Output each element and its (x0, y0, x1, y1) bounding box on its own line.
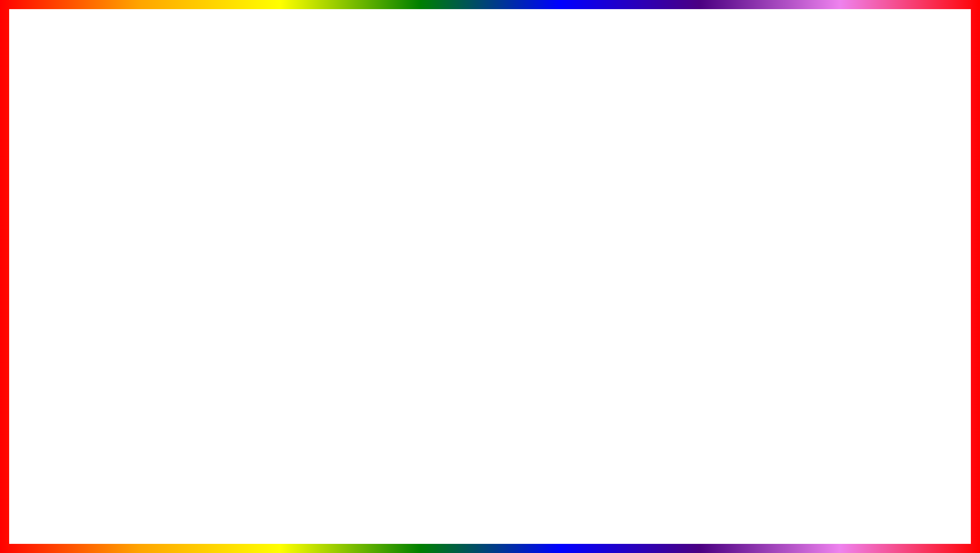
players-stat: 👤 248.4K (843, 304, 876, 312)
milkup-tab-coins[interactable]: 💰 · Coins (231, 182, 263, 192)
milkup-row-server-hop: Server Hop (199, 247, 360, 261)
event-line2: Available NOW! (397, 26, 583, 42)
milkup-tab-eggs[interactable]: 🥚 · Eggs (263, 182, 293, 192)
roblox-character (711, 330, 792, 472)
bottom-text: UPDATE PIÑATA SCRIPT 🐰 PASTEBIN (132, 488, 848, 538)
milkup-tab-misc[interactable]: 🔧 · Misc (293, 182, 323, 192)
auto-farm-label: Auto farm 🟢 (195, 146, 231, 153)
char-head (734, 340, 769, 373)
milkup-controls: ✏️ (316, 171, 355, 179)
collect-bags-toggle[interactable] (368, 228, 384, 236)
bottom-update: UPDATE (132, 488, 306, 538)
close-button[interactable] (348, 171, 355, 178)
farming-icon: 🌾 (84, 142, 91, 148)
milkup-tab-event[interactable]: 🎪 · Event (199, 182, 231, 192)
game-card-stats: 👍 92% 👤 248.4K (810, 304, 931, 312)
milkup-row-farm-pinatas: Farm Piñatas (199, 203, 360, 217)
worlds-label: Worlds (204, 219, 221, 225)
server-hop-toggle[interactable] (338, 250, 354, 258)
bunny-icon: 🐰 (598, 503, 618, 523)
ignore-massive-label: Ignore Massive Piñata (204, 237, 259, 243)
like-stat: 👍 92% (810, 304, 835, 312)
thumbs-up-icon: 👍 (810, 304, 819, 312)
game-card-info: [🎪 PIÑATA] Pet Simulator X! 👍 92% 👤 248.… (804, 271, 937, 317)
search-input[interactable] (167, 114, 243, 124)
panel-milkup: 🐾 Pet Simulator X - Milk Up ✏️ 🎪 · Event… (198, 167, 361, 325)
maximize-button[interactable] (338, 171, 345, 178)
game-card-title: [🎪 PIÑATA] Pet Simulator X! (810, 276, 931, 300)
milkup-row-ignore-massive: Ignore Massive Piñata (199, 233, 360, 247)
panel-auto-header: Auto farm 🟢 Normal Collect 🔧 (189, 143, 390, 157)
milkup-tab-mach[interactable]: ⚙️ · Mach (323, 182, 354, 192)
worlds-values: Cat, Axolotl Ocean, Tech, Fantasy ▲ (273, 219, 354, 230)
title-x: X (747, 30, 795, 113)
bottom-script: SCRIPT (480, 497, 583, 529)
farm-pinatas-label: Farm Piñatas (204, 206, 237, 213)
worlds-expand-icon[interactable]: ▲ (349, 225, 354, 230)
milkup-tabs: 🎪 · Event 💰 · Coins 🥚 · Eggs 🔧 · Misc ⚙️… (199, 182, 360, 192)
edit-icon[interactable]: ✏️ (316, 171, 325, 179)
players-count: 248.4K (854, 304, 876, 312)
main-badge: 34 (134, 152, 143, 158)
event-banner: Giant Piñata Event at Town! Available NO… (397, 10, 583, 42)
minimize-button[interactable] (328, 171, 335, 178)
globe-icon[interactable]: 🌐 (337, 115, 345, 123)
players-icon: 👤 (843, 304, 852, 312)
milkup-row-worlds: Worlds Cat, Axolotl Ocean, Tech, Fantasy… (199, 217, 360, 233)
title-simulator: SIMULATOR (331, 30, 737, 113)
panel-evo-title: EVO V4 PSX (86, 115, 125, 123)
milkup-titlebar: 🐾 Pet Simulator X - Milk Up ✏️ (199, 168, 360, 182)
pastebin-icon: 🐰 (593, 498, 624, 528)
game-card: 😺 ✦ ✦ ✦ [🎪 PIÑATA] Pet Simulator X! 👍 92… (802, 137, 939, 335)
collect-label: Collect 🔧 (356, 146, 384, 153)
worlds-text: Cat, Axolotl Ocean, Tech, Fantasy (278, 219, 354, 225)
char-body (731, 370, 772, 421)
close-icon-sm: ✕ (84, 153, 89, 160)
event-line1: Giant Piñata Event at Town! (397, 10, 583, 26)
ignore-massive-toggle[interactable] (338, 236, 354, 244)
bottom-pinata: PIÑATA (316, 488, 470, 538)
milkup-section-pinatas: Piñatas (199, 192, 360, 203)
bottom-pastebin: PASTEBIN (634, 488, 848, 538)
like-percent: 92% (821, 304, 835, 312)
milkup-title: Pet Simulator X - Milk Up (228, 171, 300, 179)
panel-evo-titlebar: EVO V4 PSX 🔍 🌐 (80, 111, 351, 127)
game-card-image: 😺 ✦ ✦ ✦ (804, 139, 937, 271)
search-icon[interactable]: 🔍 (284, 115, 292, 123)
type-label: Type (195, 161, 207, 167)
server-hop-label: Server Hop (204, 251, 233, 257)
title-pet: PET (185, 30, 320, 113)
main-title: PET SIMULATOR X (185, 30, 795, 113)
farm-pinatas-toggle[interactable] (338, 205, 354, 214)
sidebar-pets-label: Pets (91, 154, 102, 160)
